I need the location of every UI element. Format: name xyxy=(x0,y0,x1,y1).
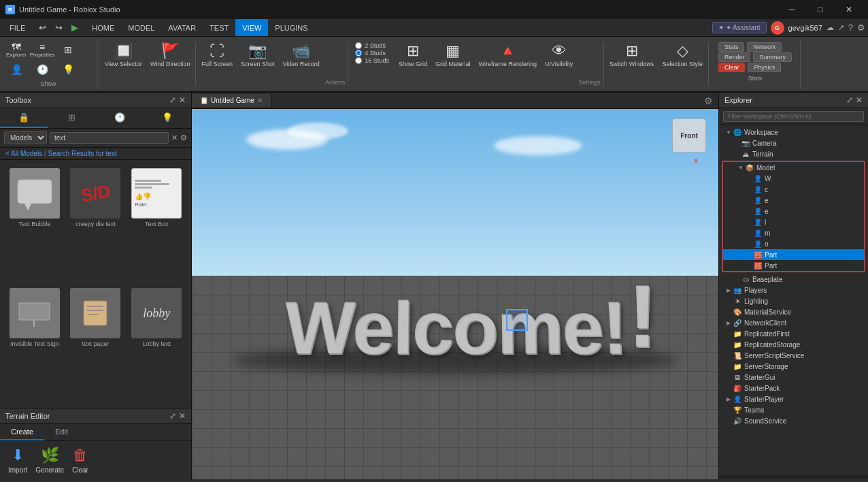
wireframe-rendering-button[interactable]: 🔺 Wireframe Rendering xyxy=(474,39,541,89)
stud-16-radio[interactable]: 16 Studs xyxy=(355,57,389,64)
tree-item-workspace[interactable]: ▼ 🌐 Workspace xyxy=(719,127,868,138)
video-record-button[interactable]: 📹 Video Record xyxy=(278,39,323,89)
ui-visibility-button[interactable]: 👁 UIVisibility xyxy=(541,39,577,89)
tree-item-w[interactable]: 👤 W xyxy=(723,173,864,184)
full-screen-button[interactable]: ⛶ Full Screen xyxy=(197,39,237,89)
featured-toggle[interactable]: 💡 xyxy=(56,61,80,78)
tree-item-soundservice[interactable]: 🔊 SoundService xyxy=(719,415,868,426)
toolbox-item-creepy-die-text[interactable]: S/D creepy die text xyxy=(67,165,125,283)
toolbox-item-invisible-text-sign[interactable]: Invisible Text Sign xyxy=(5,285,64,402)
search-filter-icon[interactable]: ⚙ xyxy=(180,133,187,142)
tree-item-starterplayer[interactable]: ▶ 👤 StarterPlayer xyxy=(719,393,868,404)
tree-item-starterpack[interactable]: 🎒 StarterPack xyxy=(719,383,868,393)
toolbox-tab-featured[interactable]: 💡 xyxy=(144,108,191,128)
tree-item-materialservice[interactable]: 🎨 MaterialService xyxy=(719,306,868,317)
physics-button[interactable]: Physics xyxy=(748,63,781,72)
terrain-close-icon[interactable]: ✕ xyxy=(179,411,186,421)
terrain-generate-button[interactable]: 🌿 Generate xyxy=(35,447,64,474)
menu-file[interactable]: FILE xyxy=(3,19,32,36)
tree-item-networkclient[interactable]: ▶ 🔗 NetworkClient xyxy=(719,317,868,328)
selection-style-button[interactable]: ◇ Selection Style xyxy=(658,39,707,89)
assistant-button[interactable]: ✦ ✦ Assistant xyxy=(712,22,767,33)
stud-4-radio[interactable]: 4 Studs xyxy=(355,50,389,57)
switch-windows-button[interactable]: ⊞ Switch Windows xyxy=(605,39,658,89)
explorer-close-icon[interactable]: ✕ xyxy=(856,95,863,105)
menu-model[interactable]: MODEL xyxy=(121,19,161,36)
share-icon[interactable]: ↗ xyxy=(838,23,844,32)
user-avatar[interactable]: G xyxy=(771,21,784,35)
tree-item-l[interactable]: 👤 l xyxy=(723,216,864,227)
terrain-expand-icon[interactable]: ⤢ xyxy=(169,411,176,421)
explorer-toggle[interactable]: 🗺 Explorer xyxy=(4,41,29,59)
minimize-button[interactable]: ─ xyxy=(778,0,805,19)
redo-button[interactable]: ↪ xyxy=(51,20,66,35)
settings-icon[interactable]: ⚙ xyxy=(857,22,865,33)
grid-material-button[interactable]: ▦ Grid Material xyxy=(431,39,475,89)
show-grid-button[interactable]: ⊞ Show Grid xyxy=(395,39,431,89)
tree-item-lighting[interactable]: ☀ Lighting xyxy=(719,295,868,306)
tree-item-camera[interactable]: 📷 Camera xyxy=(719,138,868,148)
run-button[interactable]: ▶ xyxy=(67,20,82,35)
tree-item-m[interactable]: 👤 m xyxy=(723,227,864,238)
terrain-tab-edit[interactable]: Edit xyxy=(44,424,79,440)
toolbox-item-lobby-text[interactable]: lobby Lobby text xyxy=(127,285,186,402)
game-tab-close[interactable]: ✕ xyxy=(257,97,263,104)
help-icon[interactable]: ? xyxy=(848,22,853,33)
tree-item-replicatedstorage[interactable]: 📁 ReplicatedStorage xyxy=(719,339,868,350)
toolbox-item-text-box[interactable]: 👍👎 Rate: Text Box xyxy=(127,165,186,283)
undo-button[interactable]: ↩ xyxy=(35,20,50,35)
tree-item-teams[interactable]: 🏆 Teams xyxy=(719,404,868,415)
viewport-settings-icon[interactable]: ⚙ xyxy=(699,95,718,106)
toolbox-close-icon[interactable]: ✕ xyxy=(179,95,186,105)
tree-item-e2[interactable]: 👤 e xyxy=(723,206,864,216)
toolbox-item-text-paper[interactable]: text paper xyxy=(67,285,125,402)
tree-item-part1[interactable]: 🧱 Part xyxy=(723,249,864,260)
search-clear-icon[interactable]: ✕ xyxy=(171,133,178,142)
tree-item-part2[interactable]: 🧱 Part xyxy=(723,260,864,271)
tree-item-players[interactable]: ▶ 👥 Players xyxy=(719,285,868,295)
terrain-import-button[interactable]: ⬇ Import xyxy=(8,447,27,474)
terrain-tab-create[interactable]: Create xyxy=(0,424,44,440)
toolbox-category-dropdown[interactable]: Models xyxy=(4,131,47,144)
canvas-area[interactable]: Welcome! Front x ! xyxy=(192,109,718,479)
toolbox-search-input[interactable] xyxy=(50,132,169,144)
tree-item-c[interactable]: 👤 c xyxy=(723,184,864,195)
clear-button[interactable]: Clear xyxy=(718,63,746,72)
screen-shot-button[interactable]: 📷 Screen Shot xyxy=(237,39,279,89)
history-toggle[interactable]: 🕐 xyxy=(30,61,54,78)
view-selector-button[interactable]: 🔲 View Selector xyxy=(101,39,146,89)
tree-item-baseplate[interactable]: ▭ Baseplate xyxy=(719,274,868,285)
stats-button[interactable]: Stats xyxy=(718,42,745,52)
toolbox-expand-icon[interactable]: ⤢ xyxy=(169,95,176,105)
maximize-button[interactable]: □ xyxy=(807,0,834,19)
toolbox-item-text-bubble[interactable]: Text Bubble xyxy=(5,165,64,283)
toolbox-tab-lock[interactable]: 🔒 xyxy=(0,108,48,128)
toolbox-tab-recent[interactable]: 🕐 xyxy=(96,108,144,128)
menu-home[interactable]: HOME xyxy=(85,19,121,36)
summary-button[interactable]: Summary xyxy=(753,52,792,62)
tree-item-serverstorage[interactable]: 📁 ServerStorage xyxy=(719,361,868,372)
explorer-expand-icon[interactable]: ⤢ xyxy=(846,95,853,105)
terrain-clear-button[interactable]: 🗑 Clear xyxy=(72,447,88,474)
wind-direction-button[interactable]: 🚩 Wind Direction xyxy=(146,39,195,89)
tree-item-startergui[interactable]: 🖥 StarterGui xyxy=(719,372,868,383)
toolbox-toggle[interactable]: ⊞ xyxy=(56,41,80,59)
menu-plugins[interactable]: PLUGINS xyxy=(268,19,314,36)
network-button[interactable]: Network xyxy=(747,42,782,52)
menu-test[interactable]: TEST xyxy=(203,19,235,36)
avatar-toggle[interactable]: 👤 xyxy=(4,61,29,78)
stud-2-radio[interactable]: 2 Studs xyxy=(355,42,389,49)
tree-item-model[interactable]: ▼ 📦 Model xyxy=(723,162,864,173)
tree-item-o[interactable]: 👤 o xyxy=(723,238,864,249)
orientation-cube[interactable]: Front xyxy=(672,118,706,152)
menu-avatar[interactable]: AVATAR xyxy=(161,19,203,36)
tree-item-serverscriptservice[interactable]: 📜 ServerScriptService xyxy=(719,350,868,361)
explorer-search-input[interactable] xyxy=(723,111,864,122)
toolbox-tab-grid[interactable]: ⊞ xyxy=(48,108,95,128)
viewport-tab-game[interactable]: 📋 Untitled Game ✕ xyxy=(192,94,271,107)
tree-item-terrain[interactable]: ⛰ Terrain xyxy=(719,148,868,159)
properties-toggle[interactable]: ≡ Properties xyxy=(30,41,54,59)
close-button[interactable]: ✕ xyxy=(835,0,863,19)
menu-view[interactable]: VIEW xyxy=(235,19,268,36)
tree-item-replicatedfirst[interactable]: 📁 ReplicatedFirst xyxy=(719,328,868,339)
